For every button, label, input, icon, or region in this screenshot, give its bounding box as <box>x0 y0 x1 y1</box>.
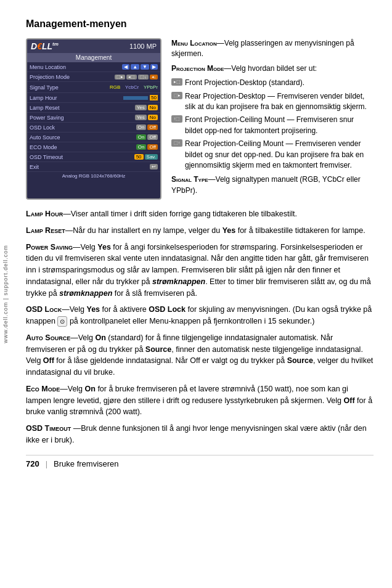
signal-type-desc: Signal Type—Velg signaltypen manuelt (RG… <box>171 174 374 196</box>
footer-divider: | <box>46 459 47 468</box>
monitor-bottom: Analog RGB 1024x768/60Hz <box>27 172 160 180</box>
menu-row-eco-mode: ECO Mode On Off <box>27 142 160 152</box>
menu-row-projection-mode: Projection Mode ⬚▸ ◂⬚ ⬚↓ ◂↓ <box>27 72 160 82</box>
page-number: 720 <box>26 459 39 468</box>
para-power-saving: Power Saving—Velg Yes for å angi forsink… <box>26 242 374 300</box>
bullet-4: ⬚↑ Rear Projection-Ceiling Mount — Fremv… <box>171 139 374 171</box>
menu-location-desc: Menu Location—Velg plasseringen av menyv… <box>171 38 374 60</box>
menu-row-lamp-hour: Lamp Hour 50 <box>27 93 160 103</box>
monitor-logo: D€LLtm <box>31 41 59 51</box>
para-lamp-reset: Lamp Reset—Når du har installert en ny l… <box>26 225 374 237</box>
para-osd-lock: OSD Lock—Velg Yes for å aktivere OSD Loc… <box>26 304 374 327</box>
para-osd-timeout: OSD Timeout —Bruk denne funksjonen til å… <box>26 423 374 446</box>
top-section: D€LLtm 1100 MP Management Menu Location … <box>26 38 374 200</box>
side-text: www.dell.com | support.dell.com <box>0 0 11 588</box>
menu-row-osd-timeout: OSD Timeout 50 Sav. <box>27 152 160 162</box>
monitor-header: D€LLtm 1100 MP <box>27 39 160 53</box>
menu-row-auto-source: Auto Source On Off <box>27 133 160 142</box>
menu-row-osd-lock: OSD Lock On Off <box>27 123 160 133</box>
right-description: Menu Location—Velg plasseringen av menyv… <box>171 38 374 200</box>
menu-row-lamp-reset: Lamp Reset Yes No <box>27 103 160 113</box>
menu-row-menu-location: Menu Location ◀ ▲ ▼ ▶ <box>27 62 160 72</box>
para-eco-mode: Eco Mode—Velg On for å bruke fremviseren… <box>26 383 374 418</box>
bullet-3: ↑⬚ Front Projection-Ceiling Mount — Frem… <box>171 115 374 136</box>
monitor-resolution: 1100 MP <box>129 43 157 50</box>
menu-row-power-saving: Power Saving Yes No <box>27 113 160 123</box>
para-auto-source: Auto Source—Velg On (standard) for å fin… <box>26 332 374 378</box>
bullet-1: ▸⬚ Front Projection-Desktop (standard). <box>171 78 374 88</box>
projection-mode-desc: Projection Mode—Velg hvordan bildet ser … <box>171 63 374 74</box>
monitor-mockup: D€LLtm 1100 MP Management Menu Location … <box>26 38 161 200</box>
footer-text: Bruke fremviseren <box>54 459 118 468</box>
bullet-2: ⬚▸ Rear Projection-Desktop — Fremviseren… <box>171 91 374 113</box>
monitor-menu: Menu Location ◀ ▲ ▼ ▶ Projection Mode ⬚▸… <box>27 62 160 172</box>
page-footer: 720 | Bruke fremviseren <box>26 455 374 468</box>
menu-row-exit: Exit ↩ <box>27 162 160 172</box>
page-title: Management-menyen <box>26 18 374 30</box>
para-lamp-hour: Lamp Hour—Viser antall timer i drift sid… <box>26 208 374 220</box>
menu-row-signal-type: Signal Type RGB YcbCr YPbPr <box>27 82 160 93</box>
monitor-subtitle: Management <box>27 53 160 62</box>
